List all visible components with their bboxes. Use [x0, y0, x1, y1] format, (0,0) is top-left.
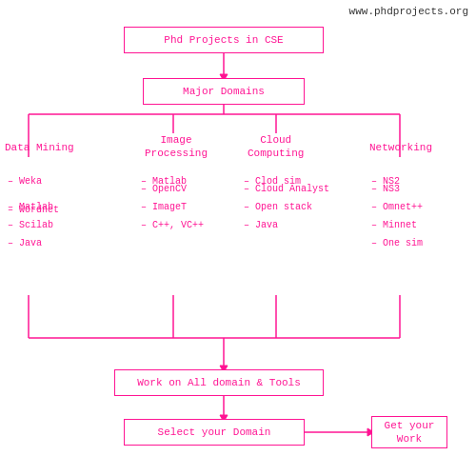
data-mining-list: – Weka – Wordnet – Matlab – Scilab – Jav… [8, 176, 59, 248]
cloud-computing-label: CloudComputing [248, 133, 304, 161]
data-mining-label: Data Mining [5, 141, 74, 154]
networking-label: Networking [369, 141, 432, 154]
networking-list: – NS2 – NS3 – Omnet++ – Minnet – One sim [371, 176, 423, 248]
image-processing-label: ImageProcessing [145, 133, 208, 161]
cloud-computing-list: – Clod sim – Cloud Analyst – Open stack … [244, 176, 329, 230]
phd-box: Phd Projects in CSE [124, 27, 324, 53]
major-domains-box: Major Domains [143, 78, 305, 105]
image-processing-list: – Matlab – OpenCV – ImageT – C++, VC++ [141, 176, 204, 230]
website-label: www.phdprojects.org [349, 6, 468, 17]
work-all-box: Work on All domain & Tools [114, 369, 324, 396]
get-work-box: Get yourWork [371, 416, 447, 448]
select-domain-box[interactable]: Select your Domain [124, 419, 305, 446]
